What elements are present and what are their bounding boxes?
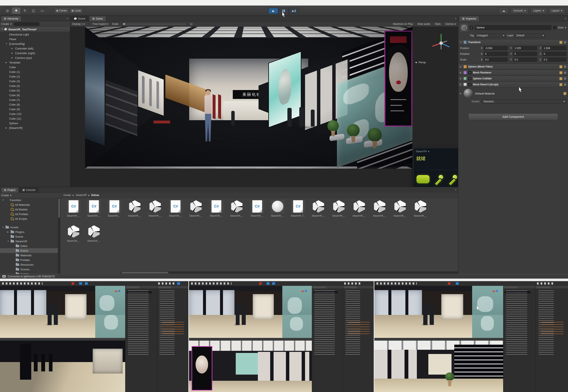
transform-component-header[interactable]: ▼ Transform ⚙ <box>458 39 568 45</box>
hierarchy-item[interactable]: Cube <box>0 65 70 70</box>
gizmo-hub[interactable] <box>439 42 443 45</box>
asset-item[interactable]: SteamVR_... <box>125 200 145 225</box>
y-value-field[interactable]: 1.029 <box>513 46 537 50</box>
project-tree-item[interactable]: All Models <box>0 207 58 212</box>
asset-item[interactable]: SteamVR_... <box>329 200 349 225</box>
tool-button[interactable]: ◱ <box>29 7 38 14</box>
stats-toggle[interactable]: Stats <box>435 23 441 26</box>
presets-icon[interactable] <box>559 41 562 44</box>
hierarchy-item[interactable]: Cube (1) <box>0 70 70 74</box>
tab-console[interactable]: Console <box>19 187 38 193</box>
hierarchy-item[interactable]: Cube (2) <box>0 74 70 79</box>
shader-dropdown[interactable]: Standard▾ <box>482 99 566 104</box>
grid-scrollbar[interactable] <box>121 271 458 274</box>
layout-dropdown[interactable]: Layout ▾ <box>549 8 565 14</box>
asset-item[interactable]: SteamVR_... <box>247 200 268 225</box>
project-tree-item[interactable]: Scripts <box>0 272 58 274</box>
asset-item[interactable]: SteamVR_... <box>227 200 247 225</box>
asset-item[interactable]: SteamVR_... <box>63 200 84 225</box>
mute-audio-toggle[interactable]: Mute audio <box>418 23 430 26</box>
hierarchy-item[interactable]: ▶ Controller (right) <box>0 51 70 56</box>
pause-button[interactable] <box>279 8 289 14</box>
tag-dropdown[interactable]: Untagged▾ <box>475 33 506 38</box>
scale-slider[interactable] <box>122 24 186 24</box>
foldout-arrow-icon[interactable]: ▶ <box>5 127 8 129</box>
hierarchy-item[interactable]: ▶ Camera (eye) <box>0 56 70 60</box>
gear-icon[interactable]: ⚙ <box>564 65 566 68</box>
chevron-down-icon[interactable]: ▾ <box>428 150 429 153</box>
project-tree-item[interactable]: Materials <box>0 253 58 258</box>
scrollbar-thumb[interactable] <box>58 198 60 218</box>
project-tree-item[interactable]: ▼ Favorites <box>0 198 58 202</box>
asset-item[interactable]: SteamVR_... <box>84 225 104 250</box>
panel-menu-icon[interactable]: ≡ <box>455 17 456 20</box>
project-tree-item[interactable]: All Scripts <box>0 216 58 221</box>
project-tree-item[interactable]: Resources <box>0 262 58 267</box>
project-tree-item[interactable]: Scenes <box>0 267 58 272</box>
asset-item[interactable]: SteamVR_... <box>308 200 329 225</box>
gear-icon[interactable]: ⚙ <box>564 71 566 74</box>
asset-item[interactable]: SteamVR_... <box>410 200 431 225</box>
gear-icon[interactable]: ⚙ <box>564 83 566 86</box>
vr-device-icon[interactable] <box>433 174 444 185</box>
gear-icon[interactable]: ⚙ <box>564 41 566 44</box>
presets-icon[interactable] <box>559 65 562 68</box>
collab-cloud-button[interactable]: ☁ <box>499 8 508 14</box>
project-tree-item[interactable]: Editor <box>0 244 58 248</box>
aspect-dropdown[interactable]: Free Aspect ▾ <box>93 23 108 26</box>
tab-scene[interactable]: Scene <box>71 16 89 21</box>
foldout-arrow-icon[interactable]: ▶ <box>5 61 8 64</box>
persp-mode-label[interactable]: ◄ Persp <box>415 61 426 64</box>
hierarchy-item[interactable]: ▼ [CameraRig] <box>0 42 70 46</box>
tool-button[interactable]: ◎ <box>3 7 12 14</box>
foldout-arrow-icon[interactable]: ▼ <box>5 43 8 45</box>
hierarchy-item[interactable]: Cube (9) <box>0 107 70 112</box>
hierarchy-item[interactable]: Cube (5) <box>0 88 70 93</box>
breadcrumb-root[interactable]: Assets <box>63 194 71 197</box>
project-tree-item[interactable]: Scene <box>0 234 58 239</box>
orientation-gizmo[interactable] <box>429 31 453 55</box>
x-value-field[interactable]: 0.2 <box>484 57 508 62</box>
foldout-arrow-icon[interactable]: ▶ <box>7 231 9 233</box>
scene-header-row[interactable]: ▼ SteamVR_TestThrow* <box>0 27 70 32</box>
x-value-field[interactable]: 0 <box>484 52 508 56</box>
project-tree-item[interactable]: ▶ Plugins <box>0 230 58 234</box>
project-tree-item[interactable]: ▼ SteamVR <box>0 239 58 244</box>
asset-item[interactable]: SteamVR_... <box>186 200 206 225</box>
asset-item[interactable]: SteamVR_... <box>390 200 410 225</box>
hierarchy-item[interactable]: Cube (6) <box>0 93 70 98</box>
component-enabled-checkbox[interactable]: ✓ <box>468 77 472 80</box>
asset-item[interactable]: SteamVR_... <box>206 200 227 225</box>
foldout-arrow-icon[interactable]: ▼ <box>7 240 9 242</box>
breadcrumb-leaf[interactable]: Extras <box>91 194 99 197</box>
tool-button[interactable]: ↻ <box>20 7 29 14</box>
add-component-button[interactable]: Add Component <box>468 113 558 120</box>
foldout-arrow-icon[interactable]: ▶ <box>12 52 14 54</box>
asset-item[interactable]: SteamVR_... <box>104 200 125 225</box>
component-header[interactable]: ▶ ✓ Sphere (Mesh Filter) ⚙ <box>458 64 568 70</box>
hierarchy-item[interactable]: Cube (8) <box>0 102 70 107</box>
hierarchy-item[interactable]: Cube (11) <box>0 116 70 121</box>
panel-menu-icon[interactable]: ≡ <box>455 188 456 191</box>
panel-menu-icon[interactable]: ≡ <box>67 17 68 20</box>
vr-device-icon[interactable] <box>416 174 430 184</box>
project-tree-item[interactable]: All Materials <box>0 202 58 207</box>
tree-scrollbar[interactable] <box>58 198 60 274</box>
maximize-on-play-toggle[interactable]: Maximize on Play <box>393 23 413 26</box>
static-checkbox[interactable] <box>553 26 556 29</box>
hierarchy-item[interactable]: Cube (4) <box>0 84 70 88</box>
component-enabled-checkbox[interactable]: ✓ <box>468 83 472 86</box>
hierarchy-create-button[interactable]: Create ▾ <box>1 23 12 26</box>
object-name-field[interactable] <box>475 25 552 30</box>
tool-button[interactable]: ▭ <box>38 7 46 14</box>
presets-icon[interactable] <box>559 77 562 80</box>
asset-item[interactable]: SteamVR_T... <box>288 200 308 225</box>
presets-icon[interactable] <box>564 92 566 95</box>
y-value-field[interactable]: 0 <box>513 52 537 56</box>
account-dropdown[interactable]: Account ▾ <box>511 8 528 14</box>
tab-inspector[interactable]: Inspector <box>459 16 479 21</box>
presets-icon[interactable] <box>559 71 562 74</box>
tab-project[interactable]: Project <box>1 187 18 193</box>
hierarchy-item[interactable]: Directional Light <box>0 32 70 37</box>
component-enabled-checkbox[interactable]: ✓ <box>468 71 472 74</box>
